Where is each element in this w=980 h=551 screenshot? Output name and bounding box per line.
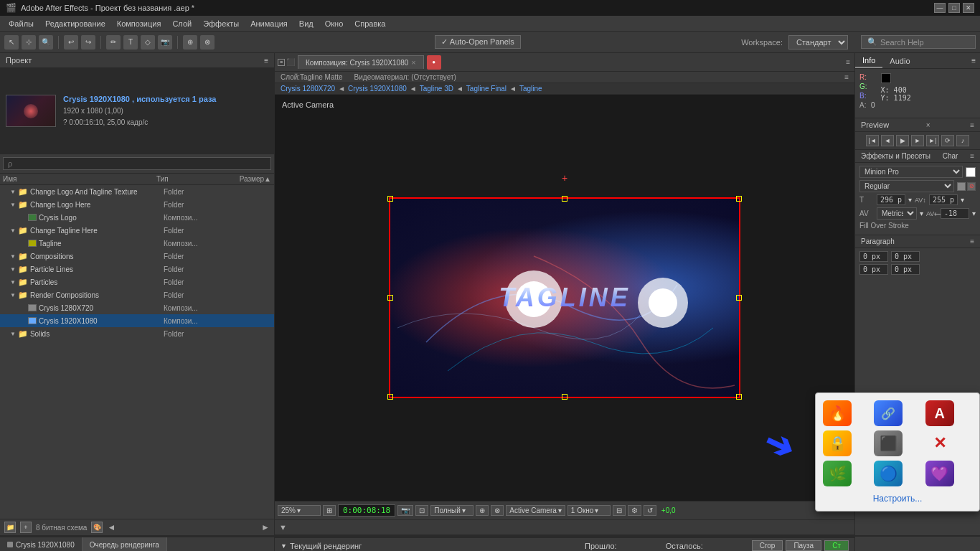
menu-effects[interactable]: Эффекты	[197, 18, 245, 29]
search-help-input[interactable]: 🔍 Search Help	[861, 35, 976, 49]
menu-edit[interactable]: Редактирование	[39, 18, 111, 29]
tool-redo[interactable]: ↪	[81, 35, 95, 50]
project-search-input[interactable]	[3, 157, 271, 170]
stroke-swatch[interactable]	[957, 182, 966, 191]
list-item[interactable]: ▼ 📁 Solids Folder	[0, 327, 274, 340]
preview-close[interactable]: ×	[926, 121, 930, 129]
expand-arrow[interactable]: ▼	[10, 279, 16, 286]
breadcrumb-item-3[interactable]: Tagline Final	[466, 85, 507, 93]
comp-record-btn[interactable]: ●	[427, 55, 441, 70]
auto-open-button[interactable]: ✓ Auto-Open Panels	[435, 35, 520, 49]
expand-arrow[interactable]: ▼	[10, 266, 16, 273]
preview-prev[interactable]: ◄	[881, 135, 894, 146]
popup-icon-3[interactable]: 🔒	[823, 430, 852, 456]
para-input-1[interactable]	[859, 251, 888, 262]
menu-composition[interactable]: Композиция	[111, 18, 167, 29]
menu-layer[interactable]: Слой	[166, 18, 197, 29]
expand-arrow[interactable]: ▼	[10, 331, 16, 337]
scroll-right[interactable]: ►	[261, 522, 270, 532]
metrics-select[interactable]: Metrics	[877, 207, 917, 220]
handle-tr[interactable]	[736, 196, 742, 202]
handle-br[interactable]	[736, 394, 742, 400]
kerning-input[interactable]	[941, 208, 969, 219]
font-style-select[interactable]: Regular	[859, 180, 954, 192]
bottom-tab-expand[interactable]: ▼	[275, 523, 291, 532]
list-item[interactable]: ▼ Crysis 1920X1080 Компози...	[0, 314, 274, 327]
font-color-swatch[interactable]	[966, 167, 976, 177]
scroll-left[interactable]: ◄	[107, 522, 116, 532]
expand-arrow[interactable]: ▼	[10, 227, 16, 234]
camera-dropdown[interactable]: Active Camera ▾	[506, 505, 565, 516]
list-item[interactable]: ▼ 📁 Particles Folder	[0, 276, 274, 288]
popup-icon-6[interactable]: 🌿	[823, 461, 852, 486]
tool-shape[interactable]: ◇	[141, 35, 155, 50]
preview-last[interactable]: ►|	[926, 135, 939, 146]
popup-icon-1[interactable]: 🔗	[874, 400, 903, 426]
motion-blur-btn[interactable]: ⊕	[476, 505, 489, 516]
char-tab[interactable]: Char	[943, 152, 958, 160]
tool-anchor[interactable]: ⊕	[183, 35, 197, 50]
stroke-none[interactable]: ⊘	[967, 182, 976, 191]
preview-audio[interactable]: ♪	[956, 135, 969, 146]
handle-bl[interactable]	[387, 394, 393, 400]
para-menu[interactable]: ≡	[970, 237, 974, 245]
zoom-dropdown[interactable]: 25% ▾	[278, 505, 321, 516]
list-item[interactable]: ▼ 📁 Particle Lines Folder	[0, 263, 274, 276]
tool-select[interactable]: ⊹	[22, 35, 36, 50]
quality-dropdown[interactable]: Полный ▾	[430, 505, 473, 516]
comp-tab-close[interactable]: ×	[411, 58, 415, 67]
preview-menu[interactable]: ≡	[970, 121, 974, 129]
menu-files[interactable]: Файлы	[3, 18, 39, 29]
breadcrumb-item-2[interactable]: Tagline 3D	[420, 85, 453, 93]
color-settings-button[interactable]: 🎨	[91, 522, 103, 533]
expand-arrow[interactable]: ▼	[10, 202, 16, 208]
new-folder-button[interactable]: 📁	[4, 522, 16, 533]
comp-panel-menu[interactable]: ≡	[842, 58, 854, 66]
font-size-input[interactable]	[877, 194, 905, 205]
customize-link[interactable]: Настроить...	[823, 494, 972, 504]
timecode-display[interactable]: 0:00:08:18	[338, 504, 395, 517]
menu-view[interactable]: Вид	[293, 18, 319, 29]
list-item[interactable]: ▼ Tagline Компози...	[0, 237, 274, 250]
view-dropdown[interactable]: 1 Окно ▾	[567, 505, 611, 516]
comp-settings-btn[interactable]: ⚙	[628, 505, 641, 516]
preview-next[interactable]: ►	[911, 135, 924, 146]
draft-btn[interactable]: ⊗	[491, 505, 504, 516]
expand-arrow[interactable]: ▼	[10, 253, 16, 260]
tool-search[interactable]: 🔍	[39, 35, 53, 50]
workspace-select[interactable]: Стандарт	[788, 35, 848, 50]
list-item[interactable]: ▼ 📁 Change Tagline Here Folder	[0, 224, 274, 237]
tool-arrow[interactable]: ↖	[4, 35, 19, 50]
menu-window[interactable]: Окно	[319, 18, 349, 29]
pause-button[interactable]: Пауза	[786, 540, 821, 551]
handle-ml[interactable]	[387, 295, 393, 301]
tool-pen[interactable]: ✏	[106, 35, 121, 50]
char-menu[interactable]: ≡	[970, 152, 974, 160]
grid-btn[interactable]: ⊞	[323, 505, 336, 516]
list-item[interactable]: ▼ 📁 Compositions Folder	[0, 250, 274, 263]
popup-icon-8[interactable]: 💜	[925, 461, 954, 486]
tool-camera[interactable]: 📷	[158, 35, 172, 50]
list-item[interactable]: ▼ 📁 Change Logo And Tagline Texture Fold…	[0, 185, 274, 198]
para-input-2[interactable]	[891, 251, 920, 262]
tool-mask[interactable]: ⊗	[200, 35, 215, 50]
scroll-up-arrow[interactable]: ▲	[264, 175, 271, 183]
breadcrumb-item-4[interactable]: Tagline	[519, 85, 542, 93]
handle-tl[interactable]	[387, 196, 393, 202]
tab-info[interactable]: Info	[855, 54, 882, 68]
expand-icon[interactable]: ▼	[281, 542, 287, 550]
popup-icon-7[interactable]: 🔵	[874, 461, 903, 486]
camera-icon-btn[interactable]: 📷	[397, 505, 413, 516]
start-button[interactable]: Ст	[824, 540, 849, 551]
breadcrumb-item-1[interactable]: Crysis 1920X1080	[348, 85, 407, 93]
popup-icon-5[interactable]: ✕	[925, 430, 954, 456]
expand-arrow[interactable]: ▼	[10, 189, 16, 195]
preview-loop[interactable]: ⟳	[941, 135, 954, 146]
list-item[interactable]: ▼ 📁 Change Logo Here Folder	[0, 198, 274, 211]
reset-btn[interactable]: ↺	[644, 505, 656, 516]
tool-text[interactable]: T	[123, 35, 138, 50]
tool-undo[interactable]: ↩	[64, 35, 78, 50]
crop-button[interactable]: Crop	[752, 540, 783, 551]
list-item[interactable]: ▼ Crysis Logo Компози...	[0, 211, 274, 224]
layout-btn[interactable]: ⊟	[613, 505, 626, 516]
